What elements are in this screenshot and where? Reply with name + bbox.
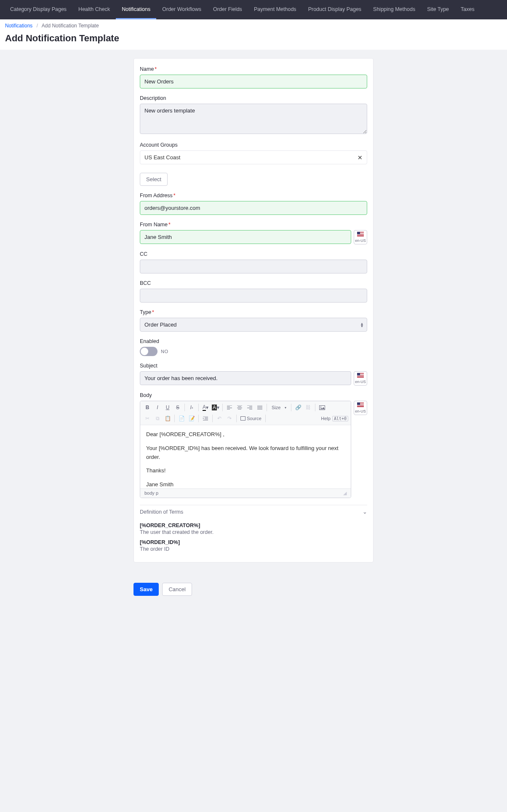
nav-taxes[interactable]: Taxes <box>455 0 480 19</box>
definition-description: The order ID <box>140 546 367 552</box>
paste-button[interactable]: 📋 <box>163 414 172 423</box>
redo-button[interactable]: ↷ <box>225 414 234 423</box>
editor-content[interactable]: Dear [%ORDER_CREATOR%] , Your [%ORDER_ID… <box>140 425 351 488</box>
definition-term: [%ORDER_CREATOR%] <box>140 523 367 528</box>
nav-notifications[interactable]: Notifications <box>116 0 156 19</box>
nav-health-check[interactable]: Health Check <box>72 0 116 19</box>
image-button[interactable] <box>318 403 327 412</box>
enabled-label: Enabled <box>140 338 367 344</box>
us-flag-icon <box>357 373 364 378</box>
breadcrumb-current: Add Notification Template <box>42 23 99 29</box>
subject-input[interactable] <box>140 371 351 385</box>
paste-word-button[interactable]: 📝 <box>187 414 196 423</box>
strikethrough-button[interactable]: S <box>173 403 182 412</box>
type-label: Type* <box>140 309 367 315</box>
page-title: Add Notification Template <box>5 33 502 44</box>
link-button[interactable]: 🔗 <box>294 403 303 412</box>
nav-product-display-pages[interactable]: Product Display Pages <box>302 0 367 19</box>
breadcrumb-link-notifications[interactable]: Notifications <box>5 23 32 29</box>
from-name-label: From Name* <box>140 222 367 228</box>
body-paragraph: Your [%ORDER_ID%] has been received. We … <box>146 444 345 462</box>
header: Notifications / Add Notification Templat… <box>0 19 507 50</box>
cancel-button[interactable]: Cancel <box>162 583 192 596</box>
rich-text-editor: B I U S Ix A▾ A▾ <box>140 401 351 498</box>
cc-input[interactable] <box>140 260 367 273</box>
cut-button[interactable]: ✂ <box>143 414 152 423</box>
definition-description: The user that created the order. <box>140 529 367 535</box>
form-card: Name* Description New orders template Ac… <box>133 58 374 563</box>
from-address-input[interactable] <box>140 201 367 215</box>
editor-status-bar: body p ◢ <box>140 488 351 498</box>
definitions-toggle[interactable]: Definition of Terms ⌄ <box>140 505 367 518</box>
name-input[interactable] <box>140 75 367 88</box>
copy-button[interactable]: ⧉ <box>153 414 162 423</box>
breadcrumb-separator: / <box>37 23 38 29</box>
nav-shipping-methods[interactable]: Shipping Methods <box>367 0 421 19</box>
background-color-button[interactable]: A▾ <box>211 403 220 412</box>
locale-label: en-US <box>355 380 366 384</box>
from-name-locale-selector[interactable]: en-US <box>354 230 367 244</box>
us-flag-icon <box>357 232 364 236</box>
bold-button[interactable]: B <box>143 403 152 412</box>
save-button[interactable]: Save <box>133 583 159 596</box>
account-group-value: US East Coast <box>144 154 180 161</box>
unlink-button[interactable]: ⛓ <box>304 403 313 412</box>
align-center-button[interactable] <box>235 403 244 412</box>
description-label: Description <box>140 95 367 101</box>
from-name-input[interactable] <box>140 230 351 244</box>
breadcrumb: Notifications / Add Notification Templat… <box>5 23 502 29</box>
type-select[interactable]: Order Placed <box>140 318 367 332</box>
nav-order-fields[interactable]: Order Fields <box>207 0 248 19</box>
bcc-label: BCC <box>140 280 367 286</box>
editor-toolbar: B I U S Ix A▾ A▾ <box>140 401 351 425</box>
remove-account-group-icon[interactable]: ✕ <box>358 155 363 161</box>
bcc-input[interactable] <box>140 289 367 303</box>
enabled-toggle[interactable] <box>140 347 157 356</box>
subject-locale-selector[interactable]: en-US <box>354 371 367 386</box>
underline-button[interactable]: U <box>163 403 172 412</box>
body-paragraph: Dear [%ORDER_CREATOR%] , <box>146 430 345 439</box>
editor-help[interactable]: Help Alt+0 <box>321 416 348 421</box>
body-paragraph: Thanks! <box>146 466 345 475</box>
remove-format-button[interactable]: Ix <box>187 403 196 412</box>
editor-resize-handle[interactable]: ◢ <box>343 490 347 496</box>
from-address-label: From Address* <box>140 193 367 198</box>
text-color-button[interactable]: A▾ <box>201 403 210 412</box>
definitions-body: [%ORDER_CREATOR%] The user that created … <box>140 523 367 552</box>
align-right-button[interactable] <box>245 403 254 412</box>
us-flag-icon <box>357 402 364 407</box>
nav-order-workflows[interactable]: Order Workflows <box>156 0 207 19</box>
select-account-group-button[interactable]: Select <box>140 173 168 186</box>
form-footer: Save Cancel <box>133 583 374 596</box>
description-textarea[interactable]: New orders template <box>140 104 367 134</box>
nav-category-display-pages[interactable]: Category Display Pages <box>4 0 72 19</box>
body-label: Body <box>140 392 367 398</box>
body-locale-selector[interactable]: en-US <box>354 401 367 415</box>
cc-label: CC <box>140 251 367 257</box>
indent-button[interactable] <box>201 414 210 423</box>
chevron-down-icon: ⌄ <box>363 509 367 515</box>
undo-button[interactable]: ↶ <box>215 414 224 423</box>
nav-site-type[interactable]: Site Type <box>421 0 455 19</box>
locale-label: en-US <box>355 239 366 243</box>
name-label: Name* <box>140 66 367 72</box>
body-paragraph: Jane Smith <box>146 480 345 488</box>
align-left-button[interactable] <box>225 403 234 412</box>
definition-item: [%ORDER_CREATOR%] The user that created … <box>140 523 367 535</box>
locale-label: en-US <box>355 409 366 413</box>
svg-rect-2 <box>241 417 245 421</box>
nav-payment-methods[interactable]: Payment Methods <box>248 0 302 19</box>
paste-text-button[interactable]: 📄 <box>177 414 186 423</box>
account-groups-label: Account Groups <box>140 142 367 148</box>
source-button[interactable]: Source <box>239 414 263 423</box>
definition-item: [%ORDER_ID%] The order ID <box>140 539 367 552</box>
account-group-item: US East Coast ✕ <box>140 150 367 164</box>
enabled-state-text: NO <box>161 349 168 354</box>
top-nav: Category Display Pages Health Check Noti… <box>0 0 507 19</box>
editor-element-path[interactable]: body p <box>144 490 158 496</box>
svg-point-1 <box>320 406 321 407</box>
font-size-dropdown[interactable]: Size ▾ <box>269 405 289 410</box>
italic-button[interactable]: I <box>153 403 162 412</box>
definition-term: [%ORDER_ID%] <box>140 539 367 545</box>
align-justify-button[interactable] <box>255 403 264 412</box>
